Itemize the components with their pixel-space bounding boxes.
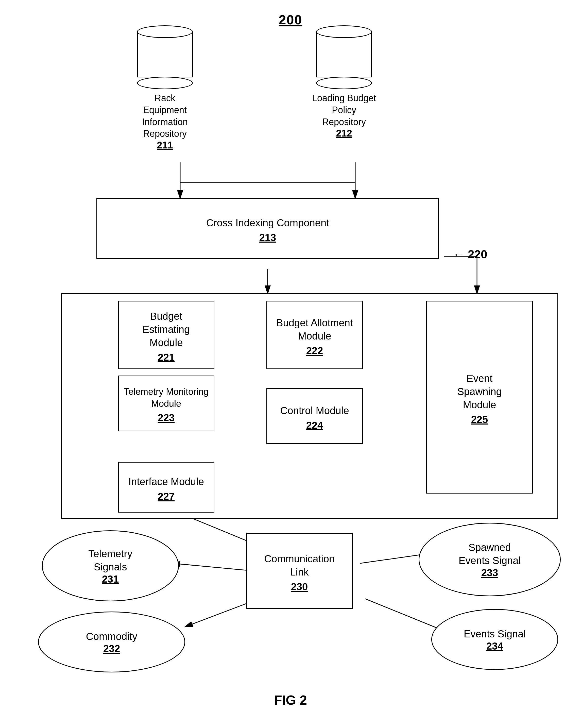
comm-link-box: Communication Link 230 xyxy=(246,533,353,609)
commodity-number: 232 xyxy=(103,643,120,654)
event-spawning-box: Event Spawning Module 225 xyxy=(426,301,533,494)
interface-module-number: 227 xyxy=(158,491,175,502)
rack-repo-node: Rack Equipment Information Repository 21… xyxy=(137,25,193,151)
budget-allotment-number: 222 xyxy=(306,345,323,357)
commodity-ellipse: Commodity 232 xyxy=(38,612,185,672)
loading-repo-cylinder-top xyxy=(316,25,372,38)
cross-index-number: 213 xyxy=(259,232,276,243)
event-spawning-label: Event Spawning Module xyxy=(455,369,504,414)
rack-repo-cylinder-body xyxy=(137,32,193,77)
control-module-label: Control Module xyxy=(278,401,351,420)
budget-allotment-box: Budget Allotment Module 222 xyxy=(266,301,363,369)
svg-line-19 xyxy=(173,563,254,571)
rack-repo-number: 211 xyxy=(157,140,173,151)
spawned-events-number: 233 xyxy=(481,567,498,578)
fig-label: FIG 2 xyxy=(274,693,307,708)
telemetry-monitoring-box: Telemetry Monitoring Module 223 xyxy=(118,375,214,432)
loading-repo-node: Loading Budget Policy Repository 212 xyxy=(312,25,376,139)
outer-box-220-arrow-label: ← 220 xyxy=(453,248,487,261)
budget-estimating-box: Budget Estimating Module 221 xyxy=(118,301,214,369)
comm-link-label: Communication Link xyxy=(262,550,337,581)
loading-repo-cylinder-body xyxy=(316,32,372,77)
budget-estimating-number: 221 xyxy=(158,352,175,363)
rack-repo-label: Rack Equipment Information Repository xyxy=(142,93,188,140)
interface-module-label: Interface Module xyxy=(126,472,207,491)
commodity-label: Commodity xyxy=(86,630,137,643)
control-module-box: Control Module 224 xyxy=(266,388,363,444)
events-signal-number: 234 xyxy=(486,641,503,652)
events-signal-label: Events Signal xyxy=(464,627,526,641)
loading-repo-cylinder-bottom xyxy=(316,77,372,89)
telemetry-signals-number: 231 xyxy=(102,573,119,585)
cross-index-label: Cross Indexing Component xyxy=(204,214,332,232)
loading-repo-label: Loading Budget Policy Repository xyxy=(312,93,376,128)
interface-module-box: Interface Module 227 xyxy=(118,462,214,513)
event-spawning-number: 225 xyxy=(471,414,488,425)
rack-repo-cylinder-top xyxy=(137,25,193,38)
diagram-title: 200 xyxy=(279,12,302,27)
telemetry-monitoring-label: Telemetry Monitoring Module xyxy=(121,383,211,412)
telemetry-signals-ellipse: Telemetry Signals 231 xyxy=(42,530,179,601)
events-signal-ellipse: Events Signal 234 xyxy=(431,609,558,670)
cross-index-box: Cross Indexing Component 213 xyxy=(97,198,439,259)
control-module-number: 224 xyxy=(306,420,323,431)
budget-estimating-label: Budget Estimating Module xyxy=(140,307,192,352)
budget-allotment-label: Budget Allotment Module xyxy=(274,314,355,345)
comm-link-number: 230 xyxy=(291,581,308,593)
diagram-container: 200 Rack Equipment Information Repositor… xyxy=(0,0,581,728)
telemetry-monitoring-number: 223 xyxy=(158,412,175,423)
svg-line-22 xyxy=(365,599,447,632)
loading-repo-number: 212 xyxy=(336,128,352,139)
spawned-events-ellipse: Spawned Events Signal 233 xyxy=(419,523,561,596)
spawned-events-label: Spawned Events Signal xyxy=(459,541,521,567)
telemetry-signals-label: Telemetry Signals xyxy=(88,547,132,573)
rack-repo-cylinder-bottom xyxy=(137,77,193,89)
